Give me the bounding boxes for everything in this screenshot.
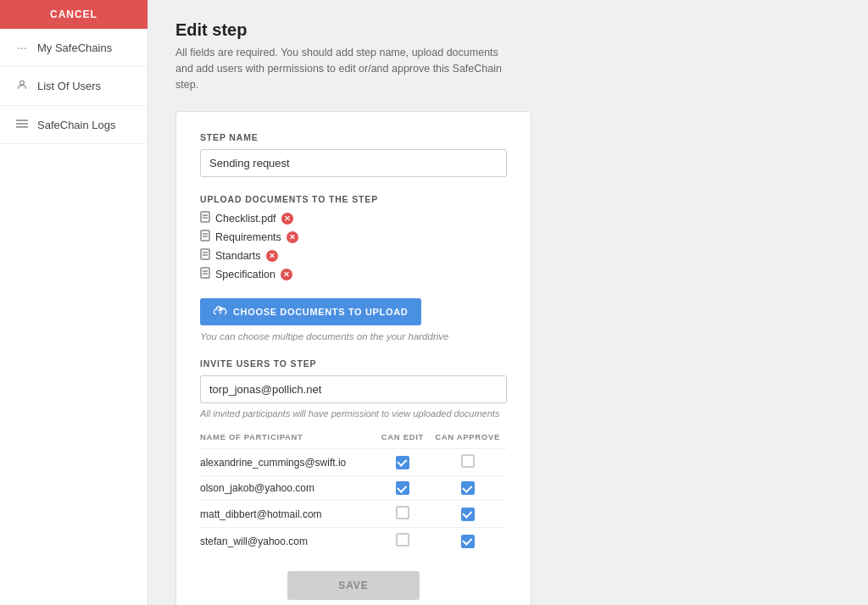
user-icon: [15, 79, 29, 93]
file-icon: [200, 267, 210, 281]
can-approve-cell: [428, 476, 507, 501]
table-row: stefan_will@yahoo.com: [200, 528, 507, 555]
documents-section: UPLOAD DOCUMENTS TO THE STEP Checklist.p…: [200, 194, 507, 281]
doc-remove-button[interactable]: ✕: [281, 213, 293, 225]
doc-name: Checklist.pdf: [215, 213, 276, 225]
file-icon: [200, 230, 210, 244]
svg-point-0: [20, 80, 25, 85]
can-edit-cell: [376, 501, 428, 528]
cancel-button[interactable]: CANCEL: [0, 0, 147, 29]
choose-documents-button[interactable]: CHOOSE DOCUMENTS TO UPLOAD: [200, 298, 421, 325]
invite-input[interactable]: [200, 375, 507, 403]
col-edit-header: CAN EDIT: [376, 432, 428, 449]
dots-icon: ···: [15, 41, 29, 54]
doc-item: Checklist.pdf ✕: [200, 211, 507, 225]
file-icon: [200, 211, 210, 225]
can-edit-checkbox[interactable]: [396, 506, 409, 519]
sidebar-item-list-of-users[interactable]: List Of Users: [0, 67, 147, 106]
step-name-input[interactable]: [200, 149, 507, 177]
can-approve-cell: [428, 501, 507, 528]
table-row: alexandrine_cummings@swift.io: [200, 449, 507, 476]
sidebar-item-safechain-logs[interactable]: SafeChain Logs: [0, 106, 147, 144]
upload-hint: You can choose multipe documents on the …: [200, 331, 507, 341]
participants-table: NAME OF PARTICIPANT CAN EDIT CAN APPROVE…: [200, 432, 507, 554]
can-approve-cell: [428, 528, 507, 555]
can-edit-checkbox[interactable]: [396, 481, 409, 495]
doc-item: Requirements ✕: [200, 230, 507, 244]
can-approve-checkbox[interactable]: [461, 454, 475, 468]
doc-remove-button[interactable]: ✕: [266, 250, 278, 262]
participant-email: olson_jakob@yahoo.com: [200, 476, 376, 501]
upload-label: UPLOAD DOCUMENTS TO THE STEP: [200, 194, 507, 204]
save-button[interactable]: SAVE: [287, 571, 420, 600]
upload-button-label: CHOOSE DOCUMENTS TO UPLOAD: [233, 307, 408, 317]
doc-item: Specification ✕: [200, 267, 507, 281]
doc-name: Standarts: [215, 250, 261, 262]
svg-rect-10: [201, 249, 209, 259]
invite-section: INVITE USERS TO STEP All invited partici…: [200, 358, 507, 419]
sidebar-item-label: SafeChain Logs: [37, 119, 116, 131]
can-approve-checkbox[interactable]: [461, 535, 475, 548]
sidebar-item-label: List Of Users: [37, 80, 101, 92]
save-button-wrap: SAVE: [200, 571, 507, 600]
can-approve-cell: [428, 449, 507, 476]
sidebar-item-label: My SafeChains: [37, 42, 112, 54]
can-edit-checkbox[interactable]: [396, 456, 409, 469]
doc-remove-button[interactable]: ✕: [281, 269, 292, 280]
sidebar: CANCEL ··· My SafeChains List Of Users S…: [0, 0, 148, 605]
page-description: All fields are required. You should add …: [175, 45, 515, 92]
main-content: Edit step All fields are required. You s…: [148, 0, 868, 605]
participant-email: stefan_will@yahoo.com: [200, 528, 376, 555]
edit-step-card: STEP NAME UPLOAD DOCUMENTS TO THE STEP C…: [175, 111, 531, 605]
can-approve-checkbox[interactable]: [461, 481, 475, 495]
table-row: olson_jakob@yahoo.com: [200, 476, 507, 501]
page-title: Edit step: [175, 20, 841, 40]
cloud-upload-icon: [214, 306, 227, 318]
sidebar-item-my-safechains[interactable]: ··· My SafeChains: [0, 29, 147, 67]
col-approve-header: CAN APPROVE: [428, 432, 507, 449]
svg-rect-4: [201, 212, 209, 222]
col-name-header: NAME OF PARTICIPANT: [200, 432, 376, 449]
doc-remove-button[interactable]: ✕: [287, 231, 298, 243]
can-edit-checkbox[interactable]: [396, 533, 409, 547]
participant-email: alexandrine_cummings@swift.io: [200, 449, 376, 476]
can-edit-cell: [376, 528, 428, 555]
step-name-label: STEP NAME: [200, 132, 507, 142]
can-edit-cell: [376, 449, 428, 476]
invite-label: INVITE USERS TO STEP: [200, 358, 507, 369]
doc-item: Standarts ✕: [200, 248, 507, 263]
invite-hint: All invited participants will have permi…: [200, 408, 507, 419]
table-row: matt_dibbert@hotmail.com: [200, 501, 507, 528]
menu-icon: [15, 118, 29, 131]
doc-name: Requirements: [215, 231, 281, 243]
participant-email: matt_dibbert@hotmail.com: [200, 501, 376, 528]
svg-rect-13: [201, 268, 209, 278]
svg-rect-7: [201, 230, 209, 241]
can-edit-cell: [376, 476, 428, 501]
file-icon: [200, 248, 210, 263]
can-approve-checkbox[interactable]: [461, 508, 475, 521]
doc-name: Specification: [215, 269, 275, 280]
